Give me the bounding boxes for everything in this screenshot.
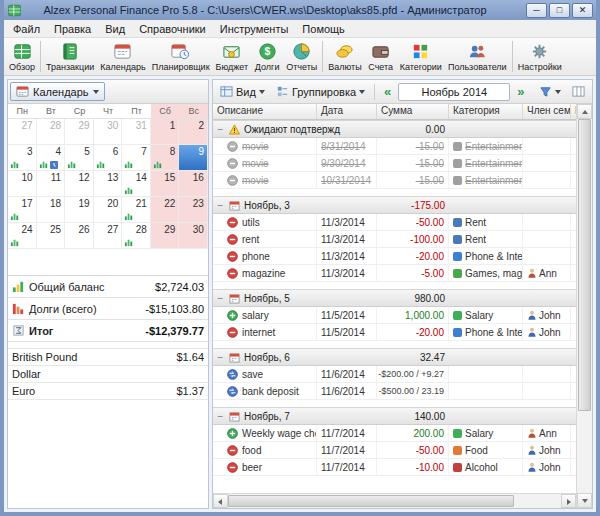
scroll-right-button[interactable] bbox=[561, 494, 576, 508]
menu-item[interactable]: Вид bbox=[98, 21, 132, 37]
scroll-down-button[interactable] bbox=[577, 493, 592, 508]
prev-period-button[interactable]: « bbox=[380, 83, 395, 101]
toolbar-button-settings[interactable]: Настройки bbox=[515, 39, 565, 75]
calendar-day[interactable]: 27 bbox=[94, 223, 123, 249]
toolbar-button-reports[interactable]: Отчеты bbox=[283, 39, 320, 75]
calendar-day[interactable]: 28 bbox=[37, 119, 66, 145]
column-header[interactable]: Категория bbox=[449, 104, 523, 119]
transaction-row[interactable]: internet11/5/2014-20.00Phone & InteJohn bbox=[213, 324, 576, 341]
horizontal-scrollbar[interactable] bbox=[213, 493, 576, 508]
menu-item[interactable]: Правка bbox=[47, 21, 98, 37]
minimize-button[interactable]: ─ bbox=[526, 3, 547, 18]
toolbar-button-calendar[interactable]: Календарь bbox=[97, 39, 148, 75]
transaction-row[interactable]: movie10/31/2014-15.00Entertainment bbox=[213, 172, 576, 189]
calendar-day[interactable]: 25 bbox=[37, 223, 66, 249]
calendar-day[interactable]: 24 bbox=[8, 223, 37, 249]
calendar-day[interactable]: 12 bbox=[65, 171, 94, 197]
horizontal-scroll-thumb[interactable] bbox=[228, 495, 514, 507]
toolbar-button-categories[interactable]: Категории bbox=[397, 39, 445, 75]
menu-item[interactable]: Инструменты bbox=[213, 21, 296, 37]
filter-button[interactable] bbox=[535, 83, 565, 100]
collapse-icon[interactable] bbox=[216, 125, 225, 134]
vertical-scroll-thumb[interactable] bbox=[578, 119, 591, 411]
group-header-row[interactable]: Ноябрь, 7140.00 bbox=[213, 407, 576, 425]
calendar-day[interactable]: 21 bbox=[122, 197, 151, 223]
calendar-day[interactable]: 16 bbox=[179, 171, 208, 197]
toolbar-button-users[interactable]: Пользователи bbox=[445, 39, 510, 75]
collapse-icon[interactable] bbox=[216, 412, 225, 421]
calendar-day[interactable]: 23 bbox=[179, 197, 208, 223]
toolbar-button-debts[interactable]: $Долги bbox=[251, 39, 283, 75]
calendar-day[interactable]: 19 bbox=[65, 197, 94, 223]
menu-item[interactable]: Помощь bbox=[295, 21, 352, 37]
calendar-day[interactable]: 6 bbox=[94, 145, 123, 171]
calendar-day[interactable]: 30 bbox=[94, 119, 123, 145]
calendar-day[interactable]: 5 bbox=[65, 145, 94, 171]
calendar-day[interactable]: 26 bbox=[65, 223, 94, 249]
collapse-icon[interactable] bbox=[216, 353, 225, 362]
calendar-day[interactable]: 29 bbox=[65, 119, 94, 145]
column-header[interactable]: Описание bbox=[213, 104, 317, 119]
calendar-day[interactable]: 14 bbox=[122, 171, 151, 197]
collapse-icon[interactable] bbox=[216, 201, 225, 210]
menu-item[interactable]: Справочники bbox=[132, 21, 213, 37]
calendar-day[interactable]: 30 bbox=[179, 223, 208, 249]
calendar-day[interactable]: 22 bbox=[151, 197, 180, 223]
toolbar-button-accounts[interactable]: Счета bbox=[365, 39, 397, 75]
maximize-button[interactable]: □ bbox=[549, 3, 570, 18]
calendar-day[interactable]: 20 bbox=[94, 197, 123, 223]
transaction-row[interactable]: beer11/7/2014-10.00AlcoholJohn bbox=[213, 459, 576, 476]
calendar-day[interactable]: 8 bbox=[151, 145, 180, 171]
menu-item[interactable]: Файл bbox=[6, 21, 47, 37]
transaction-row[interactable]: utils11/3/2014-50.00Rent bbox=[213, 214, 576, 231]
calendar-day[interactable]: 7 bbox=[122, 145, 151, 171]
vertical-scrollbar[interactable] bbox=[576, 104, 592, 508]
columns-button[interactable] bbox=[568, 83, 589, 100]
transaction-row[interactable]: food11/7/2014-50.00FoodJohn bbox=[213, 442, 576, 459]
transaction-row[interactable]: phone11/3/2014-20.00Phone & Inte bbox=[213, 248, 576, 265]
transaction-row[interactable]: salary11/5/20141,000.00SalaryJohn bbox=[213, 307, 576, 324]
calendar-day[interactable]: 2 bbox=[179, 119, 208, 145]
close-button[interactable]: ✕ bbox=[572, 3, 593, 18]
transaction-row[interactable]: rent11/3/2014-100.00Rent bbox=[213, 231, 576, 248]
scroll-up-button[interactable] bbox=[577, 104, 592, 119]
calendar-day[interactable]: 13 bbox=[94, 171, 123, 197]
calendar-day[interactable]: 17 bbox=[8, 197, 37, 223]
calendar-day[interactable]: 4 bbox=[37, 145, 66, 171]
group-header-row[interactable]: Ожидают подтвержд0.00 bbox=[213, 120, 576, 138]
group-header-row[interactable]: Ноябрь, 5980.00 bbox=[213, 289, 576, 307]
transaction-row[interactable]: Weekly wage chec11/7/2014200.00SalaryAnn bbox=[213, 425, 576, 442]
transaction-row[interactable]: save11/6/2014-$200.00 / +9.27 bbox=[213, 366, 576, 383]
toolbar-button-planner[interactable]: Планировщик bbox=[149, 39, 213, 75]
column-header[interactable]: Дата bbox=[317, 104, 377, 119]
grouping-button[interactable]: Группировка bbox=[272, 83, 369, 100]
collapse-icon[interactable] bbox=[216, 294, 225, 303]
transaction-row[interactable]: movie9/30/2014-15.00Entertainment bbox=[213, 155, 576, 172]
column-header[interactable]: Сумма bbox=[377, 104, 449, 119]
title-bar[interactable]: Alzex Personal Finance Pro 5.8 - C:\User… bbox=[4, 0, 596, 20]
calendar-day[interactable]: 1 bbox=[151, 119, 180, 145]
toolbar-button-overview[interactable]: Обзор bbox=[6, 39, 38, 75]
vertical-scroll-track[interactable] bbox=[577, 119, 592, 493]
calendar-day[interactable]: 11 bbox=[37, 171, 66, 197]
calendar-day[interactable]: 29 bbox=[151, 223, 180, 249]
toolbar-button-budget[interactable]: Бюджет bbox=[213, 39, 252, 75]
horizontal-scroll-track[interactable] bbox=[228, 494, 561, 508]
calendar-day[interactable]: 31 bbox=[122, 119, 151, 145]
group-header-row[interactable]: Ноябрь, 3-175.00 bbox=[213, 196, 576, 214]
calendar-day[interactable]: 10 bbox=[8, 171, 37, 197]
calendar-day[interactable]: 27 bbox=[8, 119, 37, 145]
toolbar-button-transactions[interactable]: Транзакции bbox=[43, 39, 97, 75]
period-field[interactable]: Ноябрь 2014 bbox=[398, 83, 510, 101]
transaction-row[interactable]: magazine11/3/2014-5.00Games, magiAnn bbox=[213, 265, 576, 282]
next-period-button[interactable]: » bbox=[513, 83, 528, 101]
toolbar-button-currencies[interactable]: Валюты bbox=[325, 39, 364, 75]
calendar-day[interactable]: 3 bbox=[8, 145, 37, 171]
transaction-row[interactable]: movie8/31/2014-15.00Entertainment bbox=[213, 138, 576, 155]
column-header[interactable]: Член семьи bbox=[523, 104, 571, 119]
calendar-day[interactable]: 15 bbox=[151, 171, 180, 197]
scroll-left-button[interactable] bbox=[213, 494, 228, 508]
calendar-day[interactable]: 28 bbox=[122, 223, 151, 249]
group-header-row[interactable]: Ноябрь, 632.47 bbox=[213, 348, 576, 366]
transaction-row[interactable]: bank deposit11/6/2014-$500.00 / 23.19 bbox=[213, 383, 576, 400]
